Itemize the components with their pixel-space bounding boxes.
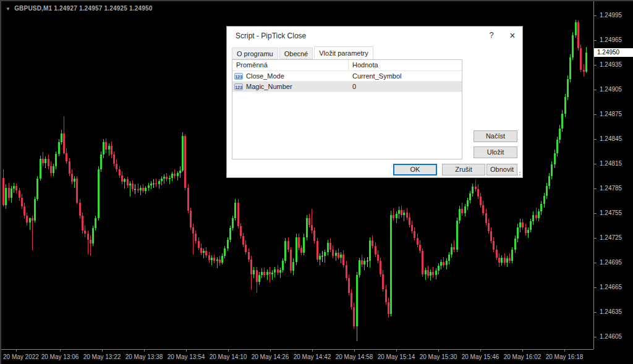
candle-body — [137, 189, 139, 190]
ok-button[interactable]: OK — [393, 164, 437, 176]
chart-dropdown-icon[interactable]: ▼ — [6, 6, 11, 12]
candle-wick — [169, 176, 170, 185]
candle-body — [198, 241, 200, 248]
candle-wick — [32, 216, 33, 250]
variable-name: Magic_Number — [246, 82, 292, 91]
help-button[interactable]: ? — [483, 30, 499, 43]
candle-body — [583, 70, 585, 72]
candle-body — [190, 211, 192, 227]
candle-body — [367, 261, 368, 261]
candle-body — [559, 129, 561, 140]
candle-body — [84, 231, 86, 234]
candle-body — [329, 243, 331, 250]
symbol-ohlc-text: GBPUSD,M1 1.24927 1.24957 1.24925 1.2495… — [14, 5, 152, 12]
candle-body — [129, 184, 131, 185]
candle-body — [36, 179, 38, 199]
candle-body — [292, 262, 294, 271]
candle-body — [148, 185, 150, 188]
candle-body — [258, 275, 260, 282]
candle-body — [551, 164, 553, 176]
candle-body — [530, 221, 532, 229]
resize-grip-icon[interactable] — [516, 171, 520, 176]
candle-body — [401, 210, 402, 215]
candle-body — [79, 203, 81, 216]
candle-body — [396, 214, 397, 218]
candle-body — [398, 210, 400, 214]
candle-body — [504, 258, 506, 263]
candle-body — [82, 216, 83, 231]
tab-o-programu[interactable]: O programu — [232, 48, 278, 59]
numeric-type-icon: 123 — [234, 83, 243, 90]
column-header-variable: Proměnná — [232, 60, 349, 70]
candle-body — [250, 260, 252, 274]
time-tick — [354, 350, 355, 352]
price-axis-label: 1.24875 — [600, 111, 622, 117]
price-axis-label: 1.24965 — [600, 36, 622, 43]
price-axis-label: 1.24935 — [600, 61, 622, 68]
candle-body — [501, 258, 503, 263]
dialog-titlebar[interactable]: Script - PipTick Close ? × — [227, 27, 522, 45]
candle-body — [132, 184, 134, 189]
close-icon[interactable]: × — [504, 29, 521, 43]
candle-body — [548, 176, 550, 186]
candle-body — [34, 199, 36, 221]
candle-body — [335, 253, 337, 256]
candle-body — [21, 198, 23, 207]
time-axis-label: 20 May 16:02 — [504, 353, 542, 360]
time-axis-label: 20 May 14:10 — [210, 353, 247, 360]
candle-body — [232, 218, 234, 228]
table-row[interactable]: 123Close_ModeCurrent_Symbol — [232, 71, 462, 82]
candle-wick — [164, 174, 164, 184]
candle-body — [459, 209, 461, 221]
candle-body — [200, 248, 202, 253]
candle-body — [356, 275, 358, 326]
candle-body — [564, 97, 566, 114]
candle-body — [242, 236, 244, 244]
candle-body — [453, 247, 455, 250]
candle-body — [321, 256, 323, 256]
parameters-table: Proměnná Hodnota 123Close_ModeCurrent_Sy… — [232, 59, 462, 159]
price-tick — [594, 15, 597, 16]
current-price-value: 1.24950 — [597, 49, 619, 56]
price-tick — [594, 164, 597, 164]
candle-body — [205, 251, 207, 255]
candle-body — [116, 164, 117, 169]
candle-body — [443, 262, 444, 265]
candle-body — [409, 218, 410, 225]
price-axis-label: 1.24665 — [600, 284, 622, 290]
candle-body — [377, 255, 379, 261]
candle-body — [440, 262, 442, 266]
candle-body — [372, 240, 373, 246]
tab-obecne[interactable]: Obecné — [279, 48, 313, 59]
price-tick — [594, 90, 597, 90]
load-button[interactable]: Načíst — [474, 130, 517, 142]
candle-wick — [140, 185, 141, 195]
price-axis-label: 1.24635 — [600, 308, 622, 315]
candle-body — [213, 258, 215, 261]
reset-button[interactable]: Obnovit — [486, 164, 517, 176]
candle-body — [279, 270, 281, 273]
time-tick — [144, 350, 145, 352]
price-axis-label: 1.24845 — [600, 135, 622, 142]
save-button[interactable]: Uložit — [474, 146, 517, 158]
variable-value[interactable]: 0 — [349, 82, 462, 91]
variable-value[interactable]: Current_Symbol — [349, 71, 462, 81]
candle-body — [556, 140, 558, 153]
price-axis-label: 1.24785 — [600, 185, 622, 192]
candle-body — [187, 188, 189, 211]
table-row[interactable]: 123Magic_Number0 — [232, 82, 462, 92]
table-body: 123Close_ModeCurrent_Symbol123Magic_Numb… — [232, 71, 462, 92]
candle-body — [430, 272, 431, 276]
tab-vlozit-parametry[interactable]: Vložit parametry — [314, 46, 373, 59]
candle-body — [158, 181, 160, 184]
cancel-button[interactable]: Zrušit — [442, 164, 485, 176]
candle-body — [308, 218, 310, 225]
candle-body — [303, 237, 305, 253]
candle-body — [332, 250, 334, 256]
candle-body — [76, 179, 78, 203]
candle-body — [485, 213, 487, 223]
candle-body — [506, 258, 508, 263]
candle-body — [142, 188, 144, 191]
candle-body — [411, 225, 413, 232]
candle-body — [219, 260, 221, 263]
